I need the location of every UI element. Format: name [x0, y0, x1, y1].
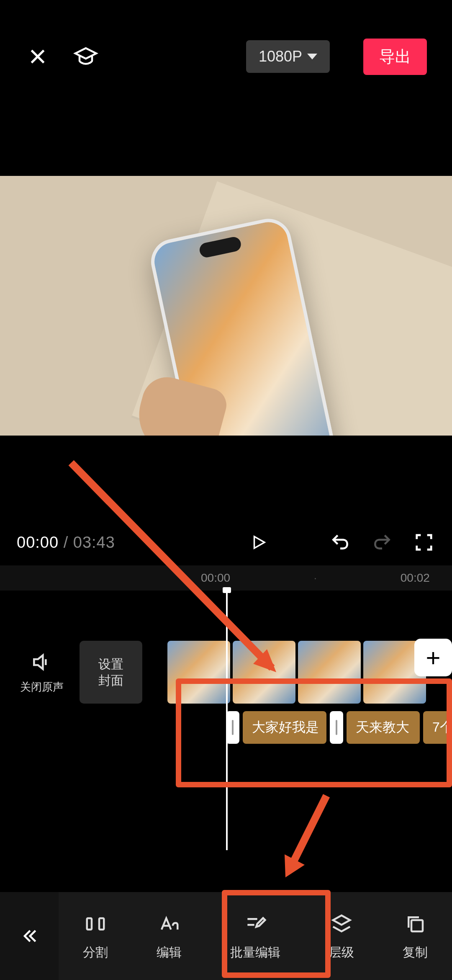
redo-button[interactable] [370, 531, 393, 554]
resolution-label: 1080P [259, 48, 302, 65]
play-button[interactable] [247, 531, 270, 554]
caption-handle-left[interactable] [226, 711, 239, 744]
academy-button[interactable] [73, 44, 98, 69]
plus-icon: + [426, 643, 440, 672]
time-display: 00:00 / 03:43 [17, 534, 115, 552]
timeline-ruler[interactable]: 00:00 · 00:02 · [0, 565, 452, 591]
clip-thumbnail[interactable] [167, 641, 230, 704]
playback-controls: 00:00 / 03:43 [0, 519, 452, 565]
fullscreen-button[interactable] [412, 531, 435, 554]
toolbar-label: 编辑 [157, 944, 182, 961]
caption-track[interactable]: 大家好我是 天来教大 7个 [226, 711, 452, 744]
caption-clip[interactable]: 7个 [423, 711, 452, 744]
mute-original-button[interactable]: 关闭原声 [0, 650, 67, 694]
playhead[interactable] [226, 591, 228, 850]
top-header: 1080P 导出 [0, 0, 452, 88]
caption-clip[interactable]: 大家好我是 [243, 711, 326, 744]
preview-spacer [0, 436, 452, 519]
cover-label: 设置 封面 [98, 656, 123, 689]
resolution-dropdown[interactable]: 1080P [246, 40, 330, 73]
toolbar-edit[interactable]: 编辑 [148, 911, 190, 961]
add-clip-button[interactable]: + [414, 639, 452, 676]
toolbar-split[interactable]: 分割 [74, 911, 116, 961]
toolbar-layer[interactable]: 层级 [321, 911, 362, 961]
toolbar-collapse-button[interactable] [0, 892, 59, 980]
mute-label: 关闭原声 [20, 680, 64, 694]
split-icon [83, 911, 108, 936]
text-edit-icon [157, 911, 182, 936]
set-cover-button[interactable]: 设置 封面 [80, 641, 142, 704]
toolbar-label: 批量编辑 [230, 944, 280, 961]
ruler-tick: 00:02 [401, 571, 430, 585]
undo-button[interactable] [329, 531, 352, 554]
toolbar-label: 复制 [403, 944, 428, 961]
toolbar-label: 层级 [329, 944, 354, 961]
clip-thumbnail[interactable] [298, 641, 361, 704]
chevron-down-icon [307, 54, 317, 59]
svg-rect-14 [411, 920, 423, 931]
svg-marker-7 [285, 854, 305, 877]
current-time: 00:00 [17, 534, 59, 551]
bottom-toolbar: 分割 编辑 批量编辑 [0, 892, 452, 980]
copy-icon [403, 911, 428, 936]
svg-rect-9 [99, 918, 104, 929]
toolbar-label: 分割 [83, 944, 108, 961]
timeline-area[interactable]: 关闭原声 设置 封面 + 大家好我是 天来教大 7个 [0, 591, 452, 833]
toolbar-batch-edit[interactable]: 批量编辑 [222, 911, 289, 961]
total-time: 03:43 [73, 534, 115, 551]
ruler-tick: 00:00 [201, 571, 230, 585]
svg-marker-13 [333, 915, 350, 925]
batch-edit-icon [243, 911, 268, 936]
close-button[interactable] [25, 44, 50, 69]
video-track[interactable] [167, 641, 426, 704]
svg-rect-8 [87, 918, 92, 929]
clip-thumbnail[interactable] [233, 641, 295, 704]
layer-icon [329, 911, 354, 936]
svg-marker-2 [254, 536, 265, 548]
toolbar-copy[interactable]: 复制 [394, 911, 436, 961]
caption-handle-right[interactable] [330, 711, 343, 744]
export-button[interactable]: 导出 [363, 39, 427, 75]
video-preview[interactable] [0, 176, 452, 436]
caption-clip[interactable]: 天来教大 [347, 711, 420, 744]
